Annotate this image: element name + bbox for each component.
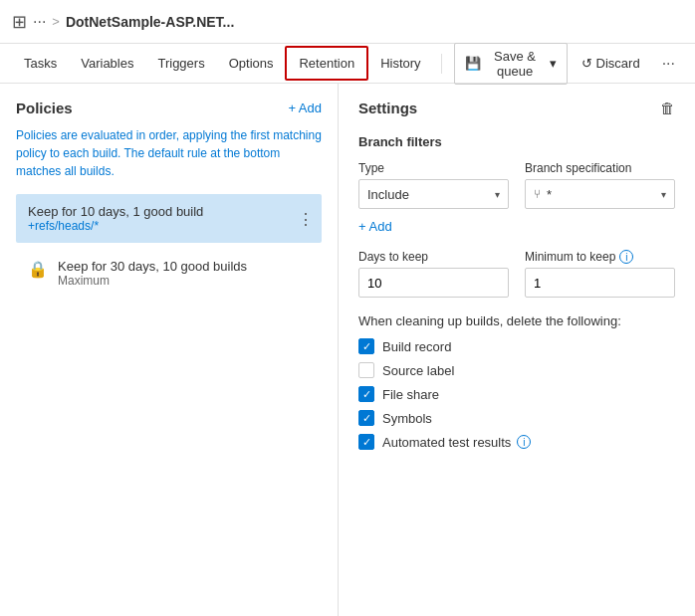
tab-retention[interactable]: Retention xyxy=(285,46,368,81)
symbols-label: Symbols xyxy=(382,411,432,426)
days-to-keep-label: Days to keep xyxy=(358,250,509,264)
tab-triggers[interactable]: Triggers xyxy=(145,48,216,79)
policy-2-content: Keep for 30 days, 10 good builds Maximum xyxy=(58,259,247,288)
checkbox-automated-test: Automated test results i xyxy=(358,434,675,450)
policy-item-2[interactable]: 🔒 Keep for 30 days, 10 good builds Maxim… xyxy=(16,249,322,298)
add-filter-button[interactable]: + Add xyxy=(358,219,392,234)
automated-test-label: Automated test results xyxy=(382,435,511,450)
nav-tabs: Tasks Variables Triggers Options Retenti… xyxy=(0,44,695,84)
inputs-row: Days to keep Minimum to keep i xyxy=(358,250,675,298)
days-to-keep-input[interactable] xyxy=(358,268,509,298)
policies-header: Policies + Add xyxy=(16,100,322,116)
branch-spec-filter-group: Branch specification ⑂ * ▾ xyxy=(525,161,675,209)
type-select[interactable]: Include ▾ xyxy=(358,179,509,209)
nav-actions: 💾 Save & queue ▾ ↺ Discard ··· xyxy=(454,43,683,85)
type-value: Include xyxy=(367,187,409,202)
discard-button[interactable]: ↺ Discard xyxy=(572,51,650,76)
branch-spec-content: ⑂ * xyxy=(534,187,552,202)
main-layout: Policies + Add Policies are evaluated in… xyxy=(0,84,695,616)
type-chevron: ▾ xyxy=(495,189,500,200)
discard-icon: ↺ xyxy=(581,56,592,71)
type-label: Type xyxy=(358,161,509,175)
branch-filters-row: Type Include ▾ Branch specification ⑂ * … xyxy=(358,161,675,209)
branch-filters-title: Branch filters xyxy=(358,134,675,149)
discard-label: Discard xyxy=(596,56,640,71)
policy-2-title: Keep for 30 days, 10 good builds xyxy=(58,259,247,274)
type-filter-group: Type Include ▾ xyxy=(358,161,509,209)
policies-description: Policies are evaluated in order, applyin… xyxy=(16,126,322,180)
tab-history[interactable]: History xyxy=(368,48,432,79)
tab-tasks[interactable]: Tasks xyxy=(12,48,69,79)
policy-2-subtitle: Maximum xyxy=(58,274,247,288)
tab-variables[interactable]: Variables xyxy=(69,48,145,79)
nav-more-button[interactable]: ··· xyxy=(654,50,683,78)
policy-item-1[interactable]: Keep for 10 days, 1 good build +refs/hea… xyxy=(16,194,322,243)
branch-spec-select[interactable]: ⑂ * ▾ xyxy=(525,179,675,209)
file-share-checkbox[interactable] xyxy=(358,386,374,402)
settings-title: Settings xyxy=(358,100,417,116)
checkbox-symbols: Symbols xyxy=(358,410,675,426)
checkbox-build-record: Build record xyxy=(358,338,675,354)
delete-button[interactable]: 🗑 xyxy=(660,100,675,116)
cleanup-label: When cleaning up builds, delete the foll… xyxy=(358,313,675,328)
minimum-to-keep-group: Minimum to keep i xyxy=(525,250,675,298)
days-to-keep-group: Days to keep xyxy=(358,250,509,298)
symbols-checkbox[interactable] xyxy=(358,410,374,426)
lock-icon: 🔒 xyxy=(28,260,48,279)
build-record-checkbox[interactable] xyxy=(358,338,374,354)
breadcrumb-separator: > xyxy=(52,14,60,29)
automated-test-checkbox[interactable] xyxy=(358,434,374,450)
branch-spec-label: Branch specification xyxy=(525,161,675,175)
left-panel: Policies + Add Policies are evaluated in… xyxy=(0,84,339,616)
save-queue-label: Save & queue xyxy=(485,49,546,79)
save-icon: 💾 xyxy=(465,56,481,71)
policies-title: Policies xyxy=(16,100,73,116)
header-dots-menu[interactable]: ··· xyxy=(33,13,46,31)
minimum-to-keep-info-icon[interactable]: i xyxy=(619,250,633,264)
automated-test-row: Automated test results i xyxy=(382,435,531,450)
app-icon: ⊞ xyxy=(12,11,27,33)
save-queue-chevron: ▾ xyxy=(550,56,557,71)
settings-header: Settings 🗑 xyxy=(358,100,675,116)
build-record-label: Build record xyxy=(382,339,451,354)
settings-actions: 🗑 xyxy=(660,100,675,116)
page-title: DotNetSample-ASP.NET... xyxy=(66,14,234,30)
checkbox-file-share: File share xyxy=(358,386,675,402)
policy-1-menu[interactable]: ⋮ xyxy=(298,209,314,228)
tab-options[interactable]: Options xyxy=(217,48,286,79)
policy-1-title: Keep for 10 days, 1 good build xyxy=(28,204,310,219)
file-share-label: File share xyxy=(382,387,439,402)
app-header: ⊞ ··· > DotNetSample-ASP.NET... xyxy=(0,0,695,44)
branch-icon: ⑂ xyxy=(534,187,541,201)
automated-test-info-icon[interactable]: i xyxy=(517,435,531,449)
minimum-to-keep-label: Minimum to keep i xyxy=(525,250,675,264)
add-policy-button[interactable]: + Add xyxy=(288,101,322,115)
branch-spec-chevron: ▾ xyxy=(661,189,666,200)
nav-divider xyxy=(441,54,442,74)
checkbox-source-label: Source label xyxy=(358,362,675,378)
save-queue-button[interactable]: 💾 Save & queue ▾ xyxy=(454,43,568,85)
source-label-checkbox[interactable] xyxy=(358,362,374,378)
source-label-label: Source label xyxy=(382,363,454,378)
branch-spec-value: * xyxy=(547,187,552,202)
minimum-to-keep-input[interactable] xyxy=(525,268,675,298)
policy-1-subtitle: +refs/heads/* xyxy=(28,219,310,233)
right-panel: Settings 🗑 Branch filters Type Include ▾… xyxy=(339,84,695,616)
